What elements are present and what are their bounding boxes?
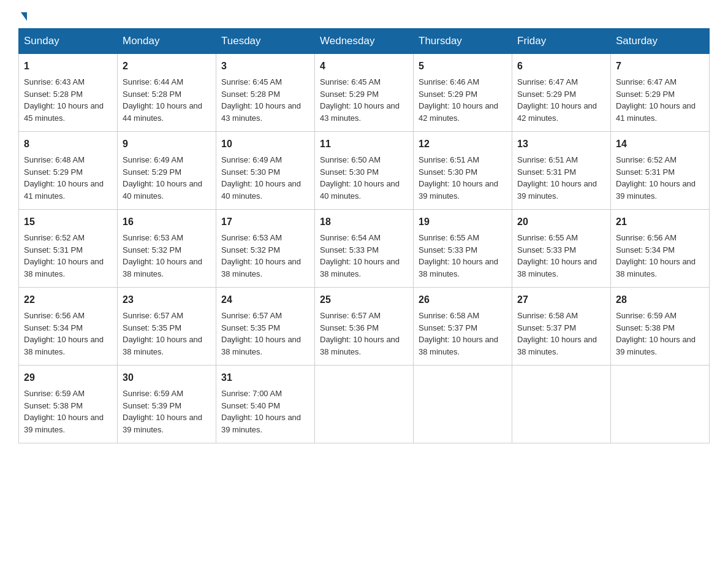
calendar-cell: 23Sunrise: 6:57 AMSunset: 5:35 PMDayligh…: [118, 288, 216, 366]
header-day-friday: Friday: [512, 29, 611, 54]
calendar-cell: 30Sunrise: 6:59 AMSunset: 5:39 PMDayligh…: [118, 366, 216, 443]
day-number: 2: [123, 59, 211, 74]
day-info: Sunrise: 6:48 AMSunset: 5:29 PMDaylight:…: [24, 155, 104, 201]
day-info: Sunrise: 6:53 AMSunset: 5:32 PMDaylight:…: [123, 233, 202, 278]
day-info: Sunrise: 6:59 AMSunset: 5:38 PMDaylight:…: [616, 311, 696, 356]
calendar-cell: [315, 366, 414, 443]
calendar-cell: [414, 366, 512, 443]
calendar-cell: 21Sunrise: 6:56 AMSunset: 5:34 PMDayligh…: [611, 210, 710, 288]
calendar-week-4: 22Sunrise: 6:56 AMSunset: 5:34 PMDayligh…: [19, 288, 710, 366]
calendar-cell: 14Sunrise: 6:52 AMSunset: 5:31 PMDayligh…: [611, 132, 710, 210]
day-info: Sunrise: 6:55 AMSunset: 5:33 PMDaylight:…: [419, 233, 498, 278]
calendar-cell: 20Sunrise: 6:55 AMSunset: 5:33 PMDayligh…: [512, 210, 611, 288]
calendar-cell: 26Sunrise: 6:58 AMSunset: 5:37 PMDayligh…: [414, 288, 512, 366]
day-number: 24: [221, 293, 309, 307]
calendar-week-1: 1Sunrise: 6:43 AMSunset: 5:28 PMDaylight…: [19, 54, 710, 132]
day-number: 15: [24, 215, 112, 229]
day-info: Sunrise: 6:47 AMSunset: 5:29 PMDaylight:…: [616, 77, 696, 123]
day-number: 21: [616, 215, 704, 229]
calendar-cell: 25Sunrise: 6:57 AMSunset: 5:36 PMDayligh…: [315, 288, 414, 366]
calendar-cell: 10Sunrise: 6:49 AMSunset: 5:30 PMDayligh…: [216, 132, 315, 210]
header-day-thursday: Thursday: [414, 29, 512, 54]
calendar-week-2: 8Sunrise: 6:48 AMSunset: 5:29 PMDaylight…: [19, 132, 710, 210]
calendar-cell: 24Sunrise: 6:57 AMSunset: 5:35 PMDayligh…: [216, 288, 315, 366]
day-info: Sunrise: 6:54 AMSunset: 5:33 PMDaylight:…: [320, 233, 400, 278]
calendar-cell: 1Sunrise: 6:43 AMSunset: 5:28 PMDaylight…: [19, 54, 118, 132]
calendar-table: SundayMondayTuesdayWednesdayThursdayFrid…: [18, 28, 710, 443]
day-info: Sunrise: 6:51 AMSunset: 5:31 PMDaylight:…: [517, 155, 597, 201]
calendar-cell: 4Sunrise: 6:45 AMSunset: 5:29 PMDaylight…: [315, 54, 414, 132]
calendar-week-3: 15Sunrise: 6:52 AMSunset: 5:31 PMDayligh…: [19, 210, 710, 288]
day-info: Sunrise: 6:45 AMSunset: 5:28 PMDaylight:…: [221, 77, 301, 123]
day-info: Sunrise: 6:47 AMSunset: 5:29 PMDaylight:…: [517, 77, 597, 123]
calendar-cell: 19Sunrise: 6:55 AMSunset: 5:33 PMDayligh…: [414, 210, 512, 288]
header-day-sunday: Sunday: [19, 29, 118, 54]
logo-arrow-icon: [21, 12, 27, 21]
calendar-cell: 2Sunrise: 6:44 AMSunset: 5:28 PMDaylight…: [118, 54, 216, 132]
day-info: Sunrise: 6:43 AMSunset: 5:28 PMDaylight:…: [24, 77, 104, 123]
calendar-cell: 27Sunrise: 6:58 AMSunset: 5:37 PMDayligh…: [512, 288, 611, 366]
day-number: 8: [24, 137, 112, 151]
day-number: 9: [123, 137, 211, 151]
day-number: 7: [616, 59, 704, 74]
day-number: 10: [221, 137, 309, 151]
calendar-cell: 18Sunrise: 6:54 AMSunset: 5:33 PMDayligh…: [315, 210, 414, 288]
day-info: Sunrise: 6:58 AMSunset: 5:37 PMDaylight:…: [419, 311, 498, 356]
calendar-cell: [512, 366, 611, 443]
day-number: 25: [320, 293, 408, 307]
calendar-body: 1Sunrise: 6:43 AMSunset: 5:28 PMDaylight…: [19, 54, 710, 443]
header-day-saturday: Saturday: [611, 29, 710, 54]
day-info: Sunrise: 6:57 AMSunset: 5:35 PMDaylight:…: [123, 311, 202, 356]
day-number: 23: [123, 293, 211, 307]
header-day-wednesday: Wednesday: [315, 29, 414, 54]
calendar-cell: 22Sunrise: 6:56 AMSunset: 5:34 PMDayligh…: [19, 288, 118, 366]
day-number: 18: [320, 215, 408, 229]
header-day-monday: Monday: [118, 29, 216, 54]
day-info: Sunrise: 6:55 AMSunset: 5:33 PMDaylight:…: [517, 233, 597, 278]
day-info: Sunrise: 6:46 AMSunset: 5:29 PMDaylight:…: [419, 77, 498, 123]
calendar-week-5: 29Sunrise: 6:59 AMSunset: 5:38 PMDayligh…: [19, 366, 710, 443]
day-number: 20: [517, 215, 605, 229]
calendar-cell: [611, 366, 710, 443]
day-info: Sunrise: 6:52 AMSunset: 5:31 PMDaylight:…: [616, 155, 696, 201]
day-number: 30: [123, 370, 211, 385]
calendar-header: SundayMondayTuesdayWednesdayThursdayFrid…: [19, 29, 710, 54]
calendar-cell: 28Sunrise: 6:59 AMSunset: 5:38 PMDayligh…: [611, 288, 710, 366]
calendar-cell: 11Sunrise: 6:50 AMSunset: 5:30 PMDayligh…: [315, 132, 414, 210]
day-info: Sunrise: 6:56 AMSunset: 5:34 PMDaylight:…: [616, 233, 696, 278]
day-number: 4: [320, 59, 408, 74]
day-number: 13: [517, 137, 605, 151]
calendar-cell: 7Sunrise: 6:47 AMSunset: 5:29 PMDaylight…: [611, 54, 710, 132]
day-number: 6: [517, 59, 605, 74]
day-info: Sunrise: 7:00 AMSunset: 5:40 PMDaylight:…: [221, 389, 301, 434]
day-info: Sunrise: 6:58 AMSunset: 5:37 PMDaylight:…: [517, 311, 597, 356]
calendar-cell: 6Sunrise: 6:47 AMSunset: 5:29 PMDaylight…: [512, 54, 611, 132]
day-info: Sunrise: 6:52 AMSunset: 5:31 PMDaylight:…: [24, 233, 104, 278]
calendar-cell: 8Sunrise: 6:48 AMSunset: 5:29 PMDaylight…: [19, 132, 118, 210]
day-info: Sunrise: 6:59 AMSunset: 5:38 PMDaylight:…: [24, 389, 104, 434]
day-info: Sunrise: 6:57 AMSunset: 5:35 PMDaylight:…: [221, 311, 301, 356]
day-info: Sunrise: 6:51 AMSunset: 5:30 PMDaylight:…: [419, 155, 498, 201]
day-info: Sunrise: 6:45 AMSunset: 5:29 PMDaylight:…: [320, 77, 400, 123]
day-number: 3: [221, 59, 309, 74]
day-number: 17: [221, 215, 309, 229]
calendar-cell: 29Sunrise: 6:59 AMSunset: 5:38 PMDayligh…: [19, 366, 118, 443]
calendar-cell: 5Sunrise: 6:46 AMSunset: 5:29 PMDaylight…: [414, 54, 512, 132]
day-number: 31: [221, 370, 309, 385]
day-number: 29: [24, 370, 112, 385]
day-info: Sunrise: 6:57 AMSunset: 5:36 PMDaylight:…: [320, 311, 400, 356]
day-info: Sunrise: 6:50 AMSunset: 5:30 PMDaylight:…: [320, 155, 400, 201]
day-number: 27: [517, 293, 605, 307]
day-number: 11: [320, 137, 408, 151]
day-number: 28: [616, 293, 704, 307]
calendar-cell: 17Sunrise: 6:53 AMSunset: 5:32 PMDayligh…: [216, 210, 315, 288]
day-number: 16: [123, 215, 211, 229]
day-info: Sunrise: 6:49 AMSunset: 5:30 PMDaylight:…: [221, 155, 301, 201]
day-number: 19: [419, 215, 507, 229]
day-number: 5: [419, 59, 507, 74]
logo: [18, 12, 27, 18]
day-info: Sunrise: 6:44 AMSunset: 5:28 PMDaylight:…: [123, 77, 202, 123]
calendar-cell: 13Sunrise: 6:51 AMSunset: 5:31 PMDayligh…: [512, 132, 611, 210]
calendar-cell: 15Sunrise: 6:52 AMSunset: 5:31 PMDayligh…: [19, 210, 118, 288]
day-number: 12: [419, 137, 507, 151]
